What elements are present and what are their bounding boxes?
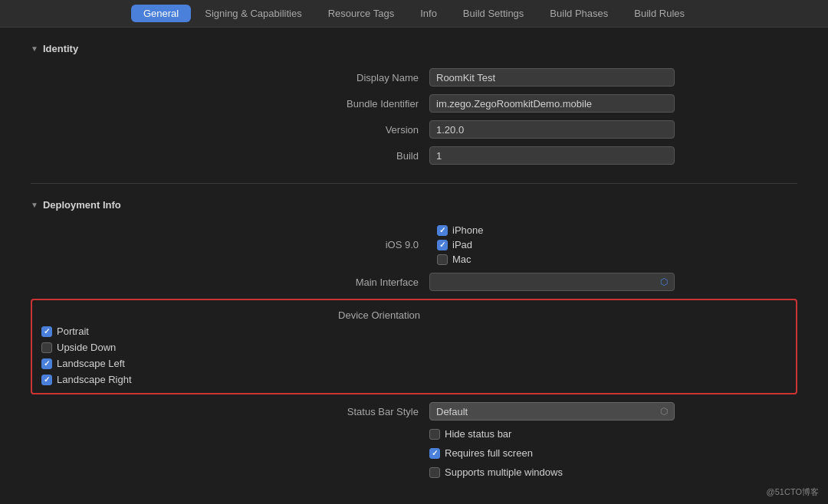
bundle-id-label: Bundle Identifier — [31, 98, 429, 110]
status-bar-row: Status Bar Style Default ⬡ — [31, 402, 797, 421]
hide-status-bar-checkbox-row: Hide status bar — [429, 428, 511, 440]
iphone-row: iPhone — [437, 224, 483, 236]
hide-status-bar-label: Hide status bar — [445, 428, 511, 440]
bundle-id-input[interactable] — [429, 94, 675, 113]
status-bar-dropdown[interactable]: Default ⬡ — [429, 402, 675, 421]
landscape-left-checkbox[interactable] — [41, 358, 52, 369]
portrait-checkbox[interactable] — [41, 326, 52, 337]
mac-row: Mac — [437, 254, 483, 265]
ios-label: iOS 9.0 — [31, 239, 429, 250]
display-name-row: Display Name — [31, 68, 797, 87]
landscape-right-label: Landscape Right — [57, 374, 132, 385]
mac-label: Mac — [452, 254, 472, 265]
tab-bar: General Signing & Capabilities Resource … — [0, 0, 828, 28]
main-interface-label: Main Interface — [31, 277, 429, 288]
upside-down-label: Upside Down — [57, 342, 116, 353]
upside-down-row: Upside Down — [41, 342, 132, 353]
device-orientation-label: Device Orientation — [41, 308, 431, 321]
tab-build-phases[interactable]: Build Phases — [537, 5, 620, 22]
main-interface-arrow-icon: ⬡ — [660, 277, 668, 287]
deployment-section: ▼ Deployment Info iOS 9.0 iPhone iPad Ma… — [31, 199, 797, 478]
ipad-checkbox[interactable] — [437, 240, 448, 250]
status-bar-label: Status Bar Style — [31, 406, 429, 417]
tab-info[interactable]: Info — [408, 5, 449, 22]
portrait-label: Portrait — [57, 326, 89, 337]
iphone-checkbox[interactable] — [437, 225, 448, 236]
identity-chevron[interactable]: ▼ — [31, 44, 38, 53]
multiple-windows-checkbox-row: Supports multiple windows — [429, 466, 563, 478]
version-label: Version — [31, 124, 429, 136]
landscape-right-row: Landscape Right — [41, 374, 132, 385]
full-screen-row: Requires full screen — [31, 447, 797, 459]
portrait-row: Portrait — [41, 326, 132, 337]
orientation-checkboxes: Portrait Upside Down Landscape Left Land… — [41, 326, 132, 385]
build-row: Build — [31, 146, 797, 165]
section-divider — [31, 183, 797, 184]
landscape-left-row: Landscape Left — [41, 358, 132, 369]
orientation-box: Device Orientation Portrait Upside Down … — [31, 299, 797, 394]
ios-row: iOS 9.0 iPhone iPad Mac — [31, 224, 797, 265]
ipad-label: iPad — [452, 239, 472, 250]
deployment-header: ▼ Deployment Info — [31, 199, 797, 211]
build-label: Build — [31, 150, 429, 162]
watermark: @51CTO博客 — [767, 486, 819, 498]
identity-header: ▼ Identity — [31, 43, 797, 54]
iphone-label: iPhone — [452, 224, 483, 236]
landscape-right-checkbox[interactable] — [41, 375, 52, 385]
multiple-windows-checkbox[interactable] — [429, 467, 440, 478]
ipad-row: iPad — [437, 239, 483, 250]
tab-build-settings[interactable]: Build Settings — [451, 5, 537, 22]
main-content: ▼ Identity Display Name Bundle Identifie… — [0, 28, 828, 499]
upside-down-checkbox[interactable] — [41, 342, 52, 353]
tab-build-rules[interactable]: Build Rules — [622, 5, 697, 22]
mac-checkbox[interactable] — [437, 254, 448, 265]
full-screen-checkbox-row: Requires full screen — [429, 447, 533, 459]
status-bar-value: Default — [436, 406, 468, 417]
tab-resource-tags[interactable]: Resource Tags — [316, 5, 406, 22]
identity-label: Identity — [43, 43, 78, 54]
device-checkboxes: iPhone iPad Mac — [437, 224, 483, 265]
main-interface-row: Main Interface ⬡ — [31, 273, 797, 291]
deployment-label: Deployment Info — [43, 199, 121, 211]
bundle-id-row: Bundle Identifier — [31, 94, 797, 113]
tab-signing[interactable]: Signing & Capabilities — [192, 5, 314, 22]
landscape-left-label: Landscape Left — [57, 358, 125, 369]
main-interface-dropdown[interactable]: ⬡ — [429, 273, 675, 291]
build-input[interactable] — [429, 146, 675, 165]
device-orientation-outer-row: Device Orientation Portrait Upside Down … — [31, 299, 797, 394]
full-screen-checkbox[interactable] — [429, 448, 440, 459]
identity-section: ▼ Identity Display Name Bundle Identifie… — [31, 43, 797, 165]
version-input[interactable] — [429, 120, 675, 139]
version-row: Version — [31, 120, 797, 139]
full-screen-label: Requires full screen — [445, 447, 533, 459]
deployment-chevron[interactable]: ▼ — [31, 201, 38, 209]
multiple-windows-row: Supports multiple windows — [31, 466, 797, 478]
display-name-input[interactable] — [429, 68, 675, 87]
tab-general[interactable]: General — [131, 5, 191, 22]
display-name-label: Display Name — [31, 72, 429, 83]
multiple-windows-label: Supports multiple windows — [445, 466, 563, 478]
hide-status-bar-checkbox[interactable] — [429, 429, 440, 440]
hide-status-bar-row: Hide status bar — [31, 428, 797, 440]
status-bar-arrow-icon: ⬡ — [660, 406, 668, 417]
